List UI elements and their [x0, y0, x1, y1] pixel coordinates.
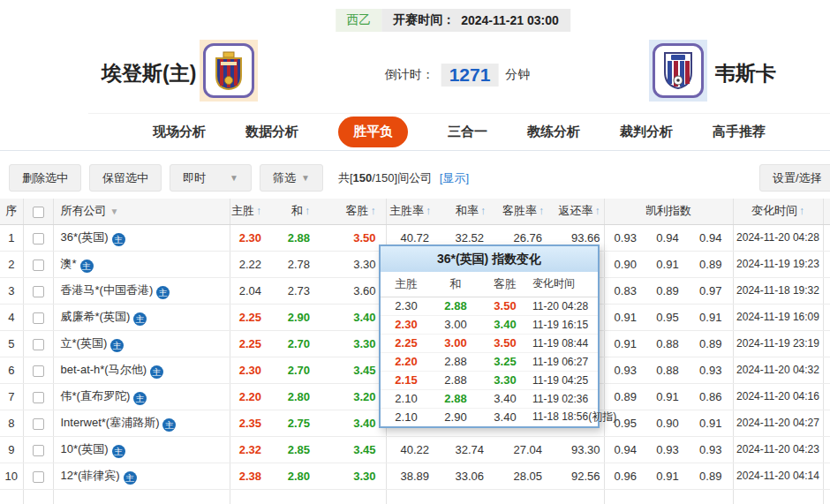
row-checkbox[interactable] — [33, 286, 44, 297]
popup-win-odds: 2.15 — [395, 373, 417, 387]
kelly-draw: 0.91 — [646, 251, 689, 277]
kelly-draw: 0.88 — [646, 357, 689, 383]
lose-odds[interactable]: 3.45 — [353, 364, 375, 377]
row-checkbox[interactable] — [33, 471, 44, 483]
win-odds[interactable]: 2.20 — [239, 390, 261, 403]
popup-change-time: 11-19 04:25 — [531, 371, 598, 389]
draw-odds[interactable]: 2.88 — [288, 231, 310, 244]
filter-select[interactable]: 筛选 ▼ — [260, 164, 323, 192]
draw-odds[interactable]: 2.85 — [288, 443, 310, 456]
sort-up-icon: ↑ — [595, 205, 600, 217]
nav-tab[interactable]: 高手推荐 — [713, 124, 766, 140]
lose-odds[interactable]: 3.45 — [353, 443, 375, 456]
lose-odds[interactable]: 3.30 — [353, 470, 375, 483]
popup-draw-odds: 3.00 — [444, 336, 466, 350]
kelly-draw: 0.91 — [646, 463, 689, 489]
draw-odds[interactable]: 2.70 — [288, 337, 310, 350]
company-name[interactable]: 立*(英国) — [61, 336, 108, 350]
company-name[interactable]: bet-at-h*(马尔他) — [61, 363, 147, 376]
col-company[interactable]: 所有公司▼ — [53, 199, 230, 224]
win-odds[interactable]: 2.35 — [239, 417, 261, 430]
odds-history-popup: 36*(英国) 指数变化 主胜 和 客胜 变化时间 2.30 2.88 3.50… — [379, 244, 600, 428]
keep-selected-button[interactable]: 保留选中 — [89, 164, 162, 192]
col-changetime-sort[interactable]: 变化时间↑ — [733, 199, 823, 224]
win-odds[interactable]: 2.32 — [239, 443, 261, 456]
row-checkbox[interactable] — [33, 365, 44, 377]
company-name[interactable]: 10*(英国) — [61, 442, 109, 455]
nav-tab[interactable]: 胜平负 — [338, 117, 408, 147]
scrollbar-track[interactable] — [823, 199, 830, 224]
win-odds[interactable]: 2.25 — [239, 311, 261, 324]
draw-odds[interactable]: 2.75 — [288, 417, 310, 430]
company-name[interactable]: 威廉希*(英国) — [61, 310, 131, 323]
nav-tab[interactable]: 现场分析 — [153, 124, 206, 140]
win-odds[interactable]: 2.22 — [239, 258, 261, 271]
win-odds[interactable]: 2.25 — [239, 337, 261, 350]
delete-selected-button[interactable]: 删除选中 — [9, 164, 81, 192]
draw-odds[interactable]: 2.90 — [288, 311, 310, 324]
select-all-checkbox[interactable] — [33, 207, 44, 218]
col-draw-sort[interactable]: 和↑ — [271, 199, 320, 224]
draw-odds[interactable]: 2.70 — [288, 364, 310, 377]
company-name[interactable]: 伟*(直布罗陀) — [61, 389, 131, 402]
company-name[interactable]: 香港马*(中国香港) — [61, 283, 154, 297]
col-loserate-sort[interactable]: 客胜率↑ — [491, 199, 547, 224]
nav-tab[interactable]: 数据分析 — [245, 124, 298, 140]
odds-mode-select[interactable]: 即时 ▼ — [170, 164, 252, 192]
lose-odds[interactable]: 3.30 — [353, 337, 375, 350]
col-lose-sort[interactable]: 客胜↑ — [320, 199, 386, 224]
show-link[interactable]: [显示] — [440, 171, 469, 184]
lose-odds[interactable]: 3.20 — [353, 390, 375, 403]
popup-row: 2.10 2.88 3.40 11-19 02:36 — [381, 389, 598, 408]
col-win-sort[interactable]: 主胜↑ — [230, 199, 271, 224]
nav-tab[interactable]: 裁判分析 — [620, 124, 673, 140]
lose-odds[interactable]: 3.30 — [353, 258, 375, 271]
kelly-lose: 0.86 — [689, 383, 733, 410]
draw-odds[interactable]: 2.78 — [288, 258, 310, 271]
row-checkbox[interactable] — [33, 445, 44, 456]
company-name[interactable]: 澳* — [61, 257, 77, 270]
col-drawrate-sort[interactable]: 和率↑ — [436, 199, 491, 224]
draw-odds[interactable]: 2.80 — [288, 470, 310, 483]
company-name[interactable]: 36*(英国) — [61, 230, 109, 244]
row-checkbox[interactable] — [33, 392, 44, 403]
away-team-crest — [649, 40, 707, 102]
win-odds[interactable]: 2.30 — [239, 364, 261, 377]
win-odds[interactable]: 2.38 — [239, 470, 261, 483]
col-winrate-sort[interactable]: 主胜率↑ — [386, 199, 436, 224]
lose-odds[interactable]: 3.60 — [353, 284, 375, 297]
kelly-lose: 0.91 — [689, 410, 733, 436]
lose-odds[interactable]: 3.50 — [353, 231, 375, 244]
company-name[interactable]: Interwet*(塞浦路斯) — [61, 416, 160, 429]
row-checkbox[interactable] — [33, 312, 44, 324]
kelly-draw: 0.91 — [646, 383, 689, 410]
lose-odds[interactable]: 3.40 — [353, 417, 375, 430]
lose-odds[interactable]: 3.40 — [353, 311, 375, 324]
win-odds[interactable]: 2.04 — [239, 284, 261, 297]
popup-row: 2.10 2.90 3.40 11-18 18:56(初指) — [381, 408, 598, 426]
kelly-draw: 0.88 — [646, 330, 689, 357]
row-checkbox[interactable] — [33, 418, 44, 430]
sort-up-icon: ↑ — [799, 205, 804, 217]
kelly-win: 0.94 — [604, 436, 646, 463]
popup-row: 2.20 2.88 3.25 11-19 06:27 — [381, 352, 598, 371]
league-badge[interactable]: 西乙 — [336, 9, 381, 32]
popup-lose-odds: 3.40 — [494, 318, 516, 331]
row-checkbox[interactable] — [33, 260, 44, 271]
row-checkbox[interactable] — [33, 339, 44, 350]
kickoff-label: 开赛时间： — [393, 12, 455, 28]
row-checkbox[interactable] — [33, 233, 44, 244]
draw-odds[interactable]: 2.73 — [288, 284, 310, 297]
win-odds[interactable]: 2.30 — [239, 231, 261, 244]
company-name[interactable]: 12*(菲律宾) — [61, 469, 120, 482]
settings-select-button[interactable]: 设置/选择 — [759, 164, 830, 192]
draw-odds[interactable]: 2.80 — [288, 390, 310, 403]
nav-tab[interactable]: 教练分析 — [527, 124, 580, 140]
nav-tab[interactable]: 三合一 — [448, 124, 487, 140]
popup-lose-odds: 3.25 — [494, 355, 516, 368]
popup-draw-odds: 2.90 — [444, 410, 466, 424]
row-seq: 3 — [0, 277, 23, 304]
col-payout-sort[interactable]: 返还率↑ — [547, 199, 604, 224]
popup-lose-odds: 3.40 — [494, 410, 516, 424]
kickoff-time: 开赛时间： 2024-11-21 03:00 — [381, 9, 570, 32]
